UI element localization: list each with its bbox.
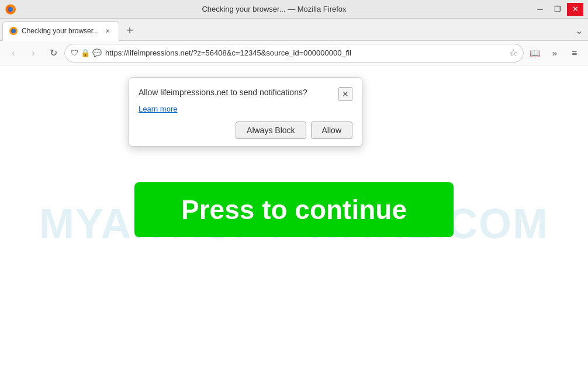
tab-label: Checking your browser... [22,27,99,35]
notification-popup: Allow lifeimpressions.net to send notifi… [129,77,362,147]
address-bar-icons: 🛡 🔒 💬 [71,48,102,57]
refresh-button[interactable]: ↻ [44,44,62,62]
page-content: MYANTISPY WARE.COM Allow lifeimpressions… [0,65,588,382]
forward-button[interactable]: › [25,44,42,62]
bookmark-star-icon[interactable]: ☆ [509,47,517,58]
address-bar[interactable]: 🛡 🔒 💬 ☆ [64,44,524,62]
always-block-button[interactable]: Always Block [236,121,306,139]
firefox-logo [5,4,16,15]
navbar: ‹ › ↻ 🛡 🔒 💬 ☆ 📖 » ≡ [0,41,588,65]
tabbar: Checking your browser... × + ⌄ [0,19,588,41]
new-tab-button[interactable]: + [122,23,138,39]
popup-title: Allow lifeimpressions.net to send notifi… [139,87,307,99]
svg-point-1 [8,6,13,12]
nav-extras: 📖 » ≡ [526,44,583,62]
popup-buttons: Always Block Allow [139,121,352,139]
popup-header: Allow lifeimpressions.net to send notifi… [139,87,352,101]
window-title: Checking your browser... — Mozilla Firef… [16,5,532,13]
press-continue-wrapper: Press to continue [134,182,454,237]
active-tab[interactable]: Checking your browser... × [2,21,119,41]
minimize-button[interactable]: ─ [532,3,548,16]
shield-icon: 🛡 [71,48,78,57]
back-button[interactable]: ‹ [5,44,22,62]
allow-button[interactable]: Allow [311,121,352,139]
titlebar: Checking your browser... — Mozilla Firef… [0,0,588,19]
svg-point-3 [11,29,16,33]
address-input[interactable] [105,48,506,57]
tab-close-button[interactable]: × [102,26,113,36]
learn-more-link[interactable]: Learn more [139,105,352,113]
restore-button[interactable]: ❐ [549,3,566,16]
close-button[interactable]: ✕ [567,3,583,16]
press-continue-button[interactable]: Press to continue [134,182,454,237]
lock-icon: 🔒 [81,48,90,57]
menu-button[interactable]: ≡ [566,44,583,62]
window-controls: ─ ❐ ✕ [532,3,583,16]
bubble-icon: 💬 [92,48,102,57]
tab-list-button[interactable]: ⌄ [572,24,586,38]
popup-close-button[interactable]: ✕ [338,87,352,101]
tab-favicon [9,26,18,36]
pocket-button[interactable]: 📖 [526,44,544,62]
more-tools-button[interactable]: » [546,44,563,62]
